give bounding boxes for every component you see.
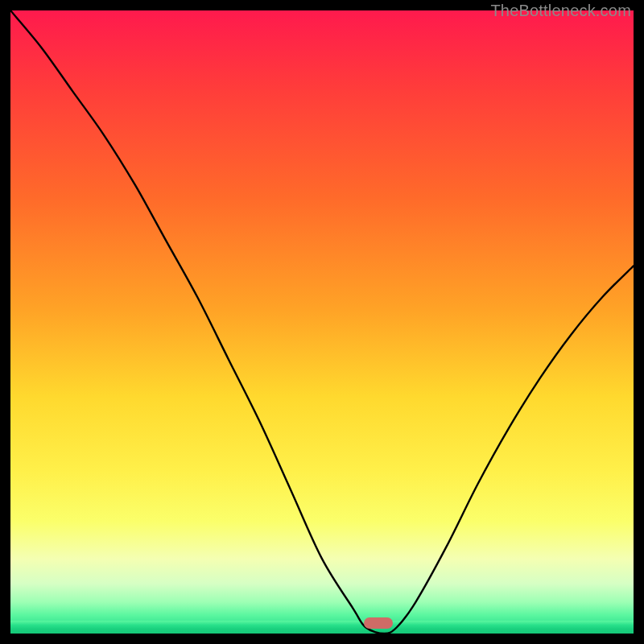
chart-background-gradient xyxy=(10,10,634,634)
chart-baseline-stripe xyxy=(10,621,634,634)
optimal-marker xyxy=(364,617,393,629)
watermark-text: TheBottleneck.com xyxy=(490,2,631,20)
chart-frame xyxy=(10,10,634,634)
